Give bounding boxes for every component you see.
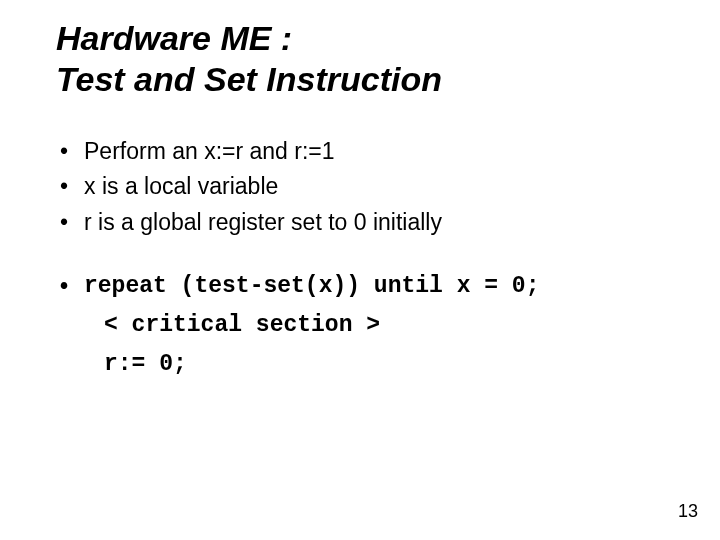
code-line: < critical section > [56,306,680,345]
title-line-1: Hardware ME : [56,19,292,57]
bullet-item: r is a global register set to 0 initiall… [56,205,680,241]
code-line: r:= 0; [56,345,680,384]
bullet-item: Perform an x:=r and r:=1 [56,134,680,170]
page-number: 13 [678,501,698,522]
code-block: repeat (test-set(x)) until x = 0; < crit… [56,267,680,384]
bullet-item: x is a local variable [56,169,680,205]
bullet-list: Perform an x:=r and r:=1 x is a local va… [56,134,680,241]
slide: Hardware ME : Test and Set Instruction P… [0,0,720,540]
slide-title: Hardware ME : Test and Set Instruction [56,18,680,100]
title-line-2: Test and Set Instruction [56,60,442,98]
code-line: repeat (test-set(x)) until x = 0; [56,267,680,306]
